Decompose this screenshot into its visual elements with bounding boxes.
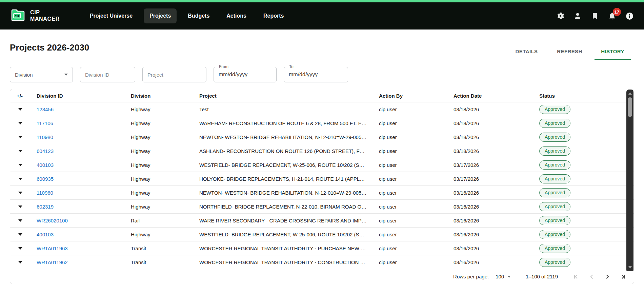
expander-cell [10,146,37,155]
last-page-icon[interactable] [619,273,627,281]
project-cell: Test [199,106,379,112]
division-id-link[interactable]: 110980 [37,190,53,196]
date-from-field[interactable]: From mm/dd/yyyy [214,67,277,82]
division-id-link[interactable]: 117106 [37,120,53,126]
project-input[interactable] [147,72,201,78]
division-id-link[interactable]: 602319 [37,204,54,210]
expander-cell [10,160,37,169]
next-page-icon[interactable] [603,273,611,281]
column-header-division: Division [131,93,199,99]
expander-cell [10,105,37,114]
action-date-cell: 03/16/2026 [454,218,539,223]
bookmark-icon[interactable] [590,12,599,20]
division-id-input[interactable] [85,72,130,78]
table-row: WRTA011962 Transit WORCESTER REGIONAL TR… [10,255,634,269]
expand-row-button[interactable] [16,105,25,114]
nav-item-actions[interactable]: Actions [221,8,252,23]
nav-item-projects[interactable]: Projects [144,8,177,23]
expand-row-button[interactable] [16,174,25,183]
expand-row-button[interactable] [16,188,25,197]
info-icon[interactable] [625,12,634,20]
status-badge: Approved [539,105,570,114]
expand-row-button[interactable] [16,119,25,128]
action-date-cell: 03/16/2026 [454,190,539,196]
expand-row-button[interactable] [16,146,25,155]
rows-per-page-select[interactable]: 100 [496,274,511,279]
date-to-field[interactable]: To mm/dd/yyyy [284,67,348,82]
project-cell: HOLYOKE- BRIDGE REPLACEMENTS, H-21-014, … [199,176,379,182]
primary-nav: Project Universe Projects Budgets Action… [84,8,290,23]
tab-refresh[interactable]: REFRESH [548,43,591,60]
expander-cell [10,202,37,211]
action-by-cell: cip user [379,232,454,237]
table-header-row: +/- Division ID Division Project Action … [10,89,634,102]
chevron-down-icon [18,178,22,180]
table-footer: Rows per page: 100 1–100 of 2119 [10,269,634,284]
column-header-action-date: Action Date [454,93,539,99]
status-badge: Approved [539,202,570,211]
expand-row-button[interactable] [16,216,25,225]
tab-details[interactable]: DETAILS [505,43,548,60]
table-row: 602319 Highway NORTHFIELD- BRIDGE REPLAC… [10,199,634,213]
division-id-link[interactable]: WR26020100 [37,218,68,223]
expander-cell [10,119,37,128]
settings-icon[interactable] [556,12,565,20]
page-title: Projects 2026-2030 [10,42,89,53]
action-date-cell: 03/18/2026 [454,120,539,126]
expand-row-button[interactable] [16,230,25,239]
expander-cell [10,133,37,141]
action-date-cell: 03/17/2026 [454,162,539,168]
chevron-down-icon [64,74,68,76]
nav-item-project-universe[interactable]: Project Universe [84,8,138,23]
division-id-link[interactable]: 110980 [37,134,53,140]
app-name: CIP MANAGER [30,9,60,22]
division-id-link[interactable]: WRTA011963 [37,246,68,251]
action-date-cell: 03/18/2026 [454,134,539,140]
status-badge: Approved [539,258,570,267]
division-id-link[interactable]: 123456 [37,106,54,112]
project-cell: ASHLAND- RECONSTRUCTION ON ROUTE 126 (PO… [199,148,379,154]
expand-row-button[interactable] [16,244,25,253]
person-icon[interactable] [573,12,582,20]
action-date-cell: 03/17/2026 [454,176,539,182]
project-field [142,67,206,82]
table-row: 400103 Highway WESTFIELD- BRIDGE REPLACE… [10,227,634,241]
division-cell: Transit [131,259,199,265]
vertical-scrollbar[interactable] [626,90,633,271]
expander-cell [10,174,37,183]
project-cell: WESTFIELD- BRIDGE REPLACEMENT, W-25-006,… [199,232,379,237]
scroll-up-icon[interactable] [628,92,632,95]
detail-tabs: DETAILS REFRESH HISTORY [505,43,634,60]
scroll-down-icon[interactable] [628,266,632,269]
app-brand: CIP CIP MANAGER [10,8,60,23]
rows-per-page-value: 100 [496,274,504,279]
division-cell: Highway [131,176,199,182]
division-id-link[interactable]: WRTA011962 [37,259,68,265]
expander-cell [10,216,37,225]
action-by-cell: cip user [379,204,454,210]
scrollbar-thumb[interactable] [628,97,632,117]
previous-page-icon [588,273,596,281]
project-cell: NORTHFIELD- BRIDGE REPLACEMENT, N-22-010… [199,204,379,210]
main-content: Projects 2026-2030 DETAILS REFRESH HISTO… [0,30,644,284]
table-body: 123456 Highway Test cip user 03/18/2026 … [10,102,634,269]
nav-item-budgets[interactable]: Budgets [182,8,215,23]
expand-row-button[interactable] [16,160,25,169]
division-select[interactable]: Division [10,67,73,82]
division-id-link[interactable]: 600935 [37,176,54,182]
history-table: +/- Division ID Division Project Action … [10,89,634,284]
division-id-link[interactable]: 400103 [37,162,54,168]
division-id-link[interactable]: 400103 [37,232,54,237]
expand-row-button[interactable] [16,202,25,211]
chevron-down-icon [18,164,22,166]
chevron-down-icon [18,261,22,263]
chevron-down-icon [18,150,22,152]
project-cell: WESTFIELD- BRIDGE REPLACEMENT, W-25-006,… [199,162,379,168]
nav-item-reports[interactable]: Reports [258,8,289,23]
action-by-cell: cip user [379,246,454,251]
tab-history[interactable]: HISTORY [591,43,634,60]
expand-row-button[interactable] [16,133,25,141]
division-id-link[interactable]: 604123 [37,148,54,154]
expand-row-button[interactable] [16,258,25,267]
bell-icon[interactable]: 17 [608,12,617,20]
